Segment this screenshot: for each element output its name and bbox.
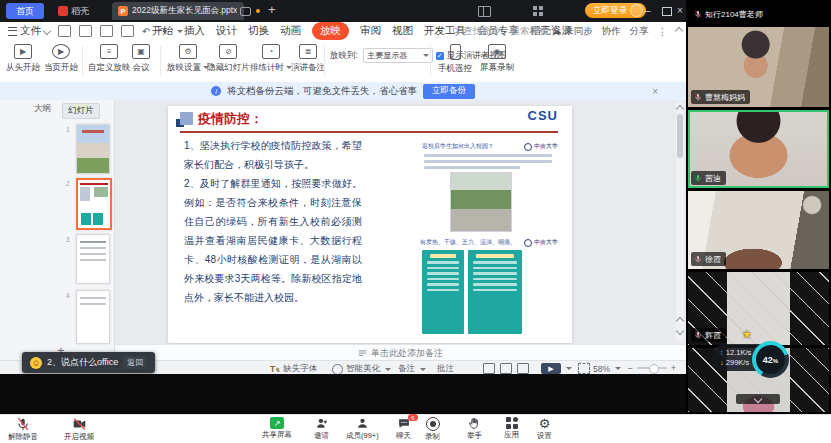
title-underline [180,131,558,133]
vertical-scrollbar[interactable] [676,102,684,342]
settings-button[interactable]: ⚙ 设置 [537,417,552,441]
from-beginning-button[interactable]: ▶从头开始 [6,44,40,74]
phone-remote-button[interactable]: 手机遥控 [438,44,472,75]
comment-bubble-icon[interactable] [240,7,251,16]
record-button[interactable]: 录制 [425,417,440,442]
status-toast[interactable]: ☺ 2、说点什么office 返回 [22,352,155,373]
upload-speed: 12.1K/s [726,348,751,357]
split-screen-icon[interactable] [478,6,491,17]
notes-bar[interactable]: 单击此处添加备注 [115,344,686,361]
undo-icon[interactable]: ↶ [142,26,150,37]
docer-tab[interactable]: 稻壳 [52,3,95,19]
raise-hand-button[interactable]: 举手 [467,417,482,441]
new-tab-button[interactable]: + [268,2,276,17]
collab-button[interactable]: 协作 [602,25,621,38]
banner-close-icon[interactable]: × [652,86,658,97]
more-menu-icon[interactable]: ⋮ [658,26,668,37]
toast-back-link[interactable]: 返回 [123,356,147,369]
tab-animation[interactable]: 动画 [280,24,301,38]
zoom-slider[interactable]: − + [628,363,676,373]
show-settings-button[interactable]: ⚙放映设置 [167,44,209,74]
slide-thumbnail-1[interactable] [76,124,110,174]
login-label: 立即登录 [593,5,627,17]
slide-title: 疫情防控： [198,110,263,128]
collapse-ribbon-icon[interactable] [675,27,683,35]
camera-muted-icon [72,417,87,431]
zoom-out-icon[interactable]: − [628,363,633,373]
command-search[interactable]: 查找命令、搜索模板 [452,25,549,38]
workspace-grid-icon[interactable] [533,6,543,16]
participant-tile[interactable]: 辉霞 [688,272,829,345]
sorter-view-icon[interactable] [500,363,512,374]
scroll-up-icon[interactable] [676,105,684,113]
cloud-sync-button[interactable]: ☁ 未同步 [552,25,593,38]
share-button[interactable]: 分享 [630,25,649,38]
speaker-notes-button[interactable]: ≣演讲备注 [291,44,325,74]
share-screen-icon: ↗ [270,417,284,429]
minimize-button[interactable]: – [645,5,651,16]
play-slideshow-button[interactable]: ▶ [541,363,572,374]
tab-slideshow-active[interactable]: 放映 [312,22,349,40]
label: 自定义放映 [88,62,131,74]
close-button[interactable]: × [677,5,683,16]
next-slide-icon[interactable] [676,327,684,335]
current-slide[interactable]: 疫情防控： CSU 1、坚决执行学校的疫情防控政策，希望家长们配合，积极引导孩子… [168,106,572,343]
slide-thumbnail-2-selected[interactable] [76,178,112,230]
slide-thumbnail-4[interactable] [76,290,110,344]
reading-view-icon[interactable] [517,363,529,374]
participant-tile[interactable]: 知行2104曹老师 [688,0,829,24]
prev-slide-icon[interactable] [676,317,684,325]
members-button[interactable]: 成员(99+) [346,417,379,441]
screen: 首页 稻壳 P 2022级新生家长见面会.pptx + 立即登录 – × [0,0,831,443]
start-video-button[interactable]: 开启视频 [64,417,94,442]
tab-review[interactable]: 审阅 [360,24,381,38]
login-button[interactable]: 立即登录 [585,3,646,18]
home-tab[interactable]: 首页 [6,3,44,19]
save-icon[interactable] [58,25,71,37]
participant-tile[interactable]: 曹慧梅妈妈 [688,27,829,107]
sync-label: 未同步 [564,25,593,36]
display-select[interactable]: 主要显示器 [363,48,433,63]
tab-start[interactable]: 开始 [152,24,173,38]
tab-view[interactable]: 视图 [392,24,413,38]
custom-show-button[interactable]: ≡自定义放映 [88,44,131,74]
invite-button[interactable]: 邀请 [314,417,329,441]
collapse-panel-button[interactable] [736,394,780,404]
preview-icon[interactable] [121,25,134,37]
participant-name: 知行2104曹老师 [705,9,763,20]
print-icon[interactable] [100,25,113,37]
normal-view-icon[interactable] [483,363,495,374]
apps-grid-icon [506,417,518,429]
rehearse-timing-button[interactable]: ◔排练计时 [250,44,292,74]
tab-outline[interactable]: 大纲 [34,103,51,115]
label: 当页开始 [44,62,78,74]
screen-record-button[interactable]: ◉屏幕录制 [480,44,514,74]
tab-design[interactable]: 设计 [216,24,237,38]
tab-slides[interactable]: 幻灯片 [62,103,100,119]
document-tab[interactable]: P 2022级新生家长见面会.pptx [112,2,244,20]
zoom-slider-handle[interactable] [649,364,659,374]
participant-tile-speaking[interactable]: 茜迪 [688,110,829,188]
participant-tile[interactable]: 徐霞 [688,191,829,269]
fit-zoom-control[interactable]: 58% [578,363,621,374]
label: 解除静音 [8,432,38,442]
scrollbar-thumb[interactable] [677,114,683,158]
backup-now-button[interactable]: 立即备份 [423,84,475,99]
zoom-slider-track[interactable] [637,367,667,369]
slide-thumbnail-3[interactable] [76,234,110,284]
tab-transition[interactable]: 切换 [248,24,269,38]
share-screen-button[interactable]: ↗ 共享屏幕 [262,417,292,440]
tab-insert[interactable]: 插入 [184,24,205,38]
output-icon[interactable] [79,25,92,37]
chat-button[interactable]: 6 聊天 [396,417,411,441]
apps-button[interactable]: 应用 [504,417,519,440]
maximize-button[interactable] [662,7,672,16]
hide-slide-button[interactable]: ⊘隐藏幻灯片 [207,44,250,74]
unmute-button[interactable]: 解除静音 [8,417,38,442]
performance-gauge[interactable]: 42% [752,341,789,378]
participant-name: 曹慧梅妈妈 [705,92,745,103]
from-current-button[interactable]: ▶当页开始 [44,44,78,74]
zoom-in-icon[interactable]: + [671,363,676,373]
file-menu[interactable]: 文件 [8,24,50,38]
meeting-button[interactable]: ▣会议 [132,44,150,74]
